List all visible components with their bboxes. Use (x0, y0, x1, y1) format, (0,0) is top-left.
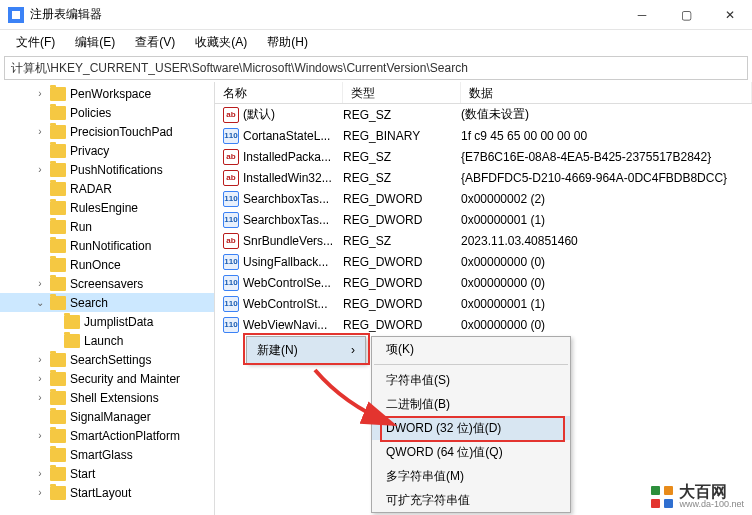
tree-item-smartactionplatform[interactable]: ›SmartActionPlatform (0, 426, 214, 445)
value-row[interactable]: abInstalledWin32...REG_SZ{ABFDFDC5-D210-… (215, 167, 752, 188)
value-row[interactable]: 110WebViewNavi...REG_DWORD0x00000000 (0) (215, 314, 752, 335)
value-data: 2023.11.03.40851460 (461, 234, 752, 248)
tree-item-precisiontouchpad[interactable]: ›PrecisionTouchPad (0, 122, 214, 141)
tree-item-run[interactable]: Run (0, 217, 214, 236)
value-data: 1f c9 45 65 00 00 00 00 (461, 129, 752, 143)
tree-item-runonce[interactable]: RunOnce (0, 255, 214, 274)
folder-icon (50, 372, 66, 386)
menu-file[interactable]: 文件(F) (8, 32, 63, 53)
value-row[interactable]: 110CortanaStateL...REG_BINARY1f c9 45 65… (215, 125, 752, 146)
tree-item-shell-extensions[interactable]: ›Shell Extensions (0, 388, 214, 407)
value-name: SnrBundleVers... (243, 234, 343, 248)
folder-icon (50, 410, 66, 424)
tree-item-smartglass[interactable]: SmartGlass (0, 445, 214, 464)
tree-label: Start (70, 467, 95, 481)
menu-separator (374, 364, 568, 365)
chevron-icon[interactable]: › (34, 88, 46, 99)
folder-icon (50, 220, 66, 234)
chevron-icon[interactable]: › (34, 392, 46, 403)
menu-item[interactable]: 二进制值(B) (372, 392, 570, 416)
value-data: 0x00000001 (1) (461, 297, 752, 311)
chevron-icon[interactable]: › (34, 373, 46, 384)
value-row[interactable]: 110SearchboxTas...REG_DWORD0x00000002 (2… (215, 188, 752, 209)
folder-icon (50, 125, 66, 139)
tree-item-policies[interactable]: Policies (0, 103, 214, 122)
tree-item-pushnotifications[interactable]: ›PushNotifications (0, 160, 214, 179)
binary-value-icon: 110 (223, 254, 239, 270)
list-body: ab(默认)REG_SZ(数值未设置)110CortanaStateL...RE… (215, 104, 752, 335)
chevron-icon[interactable]: › (34, 278, 46, 289)
menu-item[interactable]: QWORD (64 位)值(Q) (372, 440, 570, 464)
menu-view[interactable]: 查看(V) (127, 32, 183, 53)
folder-icon (50, 296, 66, 310)
menu-favorites[interactable]: 收藏夹(A) (187, 32, 255, 53)
folder-icon (50, 239, 66, 253)
value-data: 0x00000002 (2) (461, 192, 752, 206)
value-name: SearchboxTas... (243, 192, 343, 206)
context-menu[interactable]: 新建(N) › (246, 336, 366, 364)
context-submenu[interactable]: 项(K)字符串值(S)二进制值(B)DWORD (32 位)值(D)QWORD … (371, 336, 571, 513)
value-data: 0x00000000 (0) (461, 255, 752, 269)
folder-icon (50, 258, 66, 272)
tree-item-startlayout[interactable]: ›StartLayout (0, 483, 214, 502)
menu-item[interactable]: 多字符串值(M) (372, 464, 570, 488)
tree-label: Screensavers (70, 277, 143, 291)
value-name: CortanaStateL... (243, 129, 343, 143)
tree-item-jumplistdata[interactable]: JumplistData (0, 312, 214, 331)
menu-item[interactable]: 项(K) (372, 337, 570, 361)
string-value-icon: ab (223, 107, 239, 123)
tree-item-signalmanager[interactable]: SignalManager (0, 407, 214, 426)
tree-item-search[interactable]: ⌄Search (0, 293, 214, 312)
chevron-icon[interactable]: › (34, 468, 46, 479)
folder-icon (64, 315, 80, 329)
value-row[interactable]: abSnrBundleVers...REG_SZ2023.11.03.40851… (215, 230, 752, 251)
binary-value-icon: 110 (223, 191, 239, 207)
menu-help[interactable]: 帮助(H) (259, 32, 316, 53)
minimize-button[interactable]: ─ (620, 0, 664, 30)
menu-item[interactable]: 字符串值(S) (372, 368, 570, 392)
value-row[interactable]: 110WebControlSt...REG_DWORD0x00000001 (1… (215, 293, 752, 314)
tree-item-screensavers[interactable]: ›Screensavers (0, 274, 214, 293)
tree-item-searchsettings[interactable]: ›SearchSettings (0, 350, 214, 369)
chevron-icon[interactable]: › (34, 430, 46, 441)
tree-item-privacy[interactable]: Privacy (0, 141, 214, 160)
binary-value-icon: 110 (223, 128, 239, 144)
chevron-icon[interactable]: › (34, 126, 46, 137)
value-row[interactable]: 110SearchboxTas...REG_DWORD0x00000001 (1… (215, 209, 752, 230)
chevron-icon[interactable]: ⌄ (34, 297, 46, 308)
value-data: 0x00000000 (0) (461, 276, 752, 290)
tree-item-radar[interactable]: RADAR (0, 179, 214, 198)
col-type[interactable]: 类型 (343, 82, 461, 103)
tree-item-runnotification[interactable]: RunNotification (0, 236, 214, 255)
tree-item-security-and-mainter[interactable]: ›Security and Mainter (0, 369, 214, 388)
tree-label: SearchSettings (70, 353, 151, 367)
col-name[interactable]: 名称 (215, 82, 343, 103)
tree-item-launch[interactable]: Launch (0, 331, 214, 350)
tree-label: Privacy (70, 144, 109, 158)
close-button[interactable]: ✕ (708, 0, 752, 30)
ctx-new-item[interactable]: 新建(N) › (247, 337, 365, 363)
value-data: {ABFDFDC5-D210-4669-964A-0DC4FBDB8DCC} (461, 171, 752, 185)
menu-item[interactable]: 可扩充字符串值 (372, 488, 570, 512)
tree-label: RunOnce (70, 258, 121, 272)
address-bar[interactable]: 计算机\HKEY_CURRENT_USER\Software\Microsoft… (4, 56, 748, 80)
menu-edit[interactable]: 编辑(E) (67, 32, 123, 53)
menu-item[interactable]: DWORD (32 位)值(D) (372, 416, 570, 440)
col-data[interactable]: 数据 (461, 82, 752, 103)
value-type: REG_SZ (343, 108, 461, 122)
chevron-icon[interactable]: › (34, 164, 46, 175)
value-row[interactable]: abInstalledPacka...REG_SZ{E7B6C16E-08A8-… (215, 146, 752, 167)
chevron-icon[interactable]: › (34, 354, 46, 365)
tree-item-start[interactable]: ›Start (0, 464, 214, 483)
value-row[interactable]: ab(默认)REG_SZ(数值未设置) (215, 104, 752, 125)
tree-panel[interactable]: ›PenWorkspacePolicies›PrecisionTouchPadP… (0, 82, 215, 515)
tree-item-rulesengine[interactable]: RulesEngine (0, 198, 214, 217)
chevron-icon[interactable]: › (34, 487, 46, 498)
tree-item-penworkspace[interactable]: ›PenWorkspace (0, 84, 214, 103)
maximize-button[interactable]: ▢ (664, 0, 708, 30)
value-name: InstalledWin32... (243, 171, 343, 185)
tree-label: PrecisionTouchPad (70, 125, 173, 139)
value-row[interactable]: 110WebControlSe...REG_DWORD0x00000000 (0… (215, 272, 752, 293)
value-name: WebControlSt... (243, 297, 343, 311)
value-row[interactable]: 110UsingFallback...REG_DWORD0x00000000 (… (215, 251, 752, 272)
